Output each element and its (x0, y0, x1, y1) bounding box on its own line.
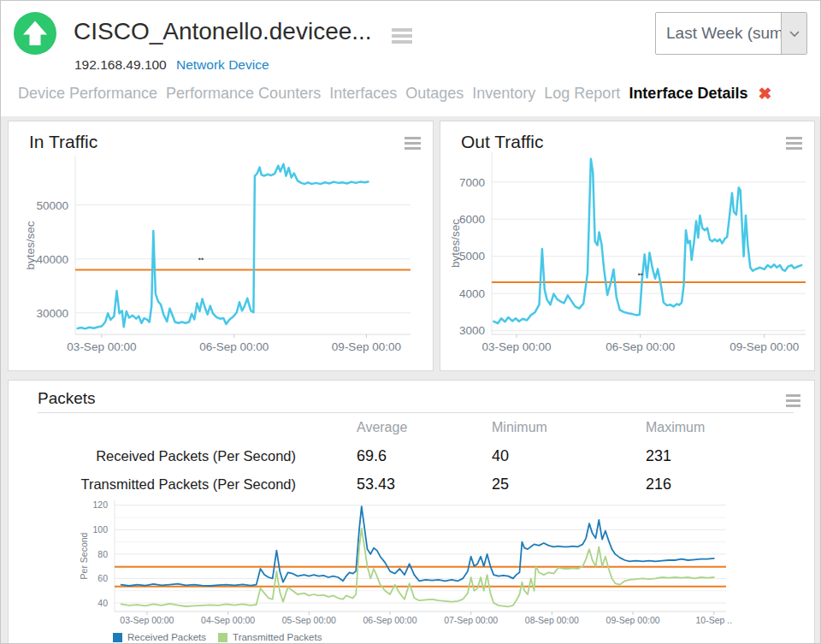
y-tick-label: 7000 (459, 176, 485, 189)
out-traffic-chart[interactable]: 3000400050006000700003-Sep 00:0006-Sep 0… (440, 128, 814, 370)
series-out-traffic (493, 159, 801, 323)
x-tick-label: 06-Sep 00:00 (605, 340, 675, 353)
column-header-average: Average (357, 420, 492, 435)
tab-interface-details-active[interactable]: Interface Details (629, 85, 747, 103)
event-marker-dots: •• (638, 270, 643, 279)
y-tick-label: 4000 (459, 287, 485, 300)
x-tick-label: 08-Sep 00:00 (525, 615, 579, 625)
packets-panel: Packets AverageMinimumMaximumReceived Pa… (8, 380, 815, 644)
in-traffic-panel: In Traffic 30000400005000003-Sep 00:0006… (8, 121, 434, 371)
legend-item-received-packets[interactable]: Received Packets (113, 632, 206, 642)
y-tick-label: 120 (92, 499, 108, 510)
legend-label-transmitted-packets: Transmitted Packets (233, 632, 322, 642)
x-tick-label: 06-Sep 00:00 (199, 340, 269, 353)
time-period-select[interactable]: Last Week (sum (655, 12, 807, 55)
legend-label-received-packets: Received Packets (127, 632, 206, 642)
y-tick-label: 3000 (459, 324, 485, 337)
y-tick-label: 6000 (459, 213, 485, 226)
y-tick-label: 80 (97, 549, 108, 559)
transmitted-packets-per-second--average: 53.43 (357, 476, 492, 493)
up-arrow-icon (14, 12, 56, 55)
column-header-maximum: Maximum (646, 420, 794, 435)
legend-swatch-transmitted-packets (218, 633, 227, 642)
chevron-down-icon[interactable] (781, 13, 806, 54)
y-tick-label: 40000 (36, 253, 68, 266)
y-tick-label: 60 (97, 573, 108, 583)
device-header: CISCO_Antonello.devicee... Last Week (su… (1, 1, 820, 116)
in-traffic-chart[interactable]: 30000400005000003-Sep 00:0006-Sep 00:000… (9, 128, 433, 370)
x-tick-label: 03-Sep 00:00 (120, 615, 174, 625)
legend-item-transmitted-packets[interactable]: Transmitted Packets (218, 632, 322, 642)
event-marker-dots: •• (198, 255, 204, 263)
tab-device-performance[interactable]: Device Performance (18, 85, 157, 103)
series-in-traffic (78, 164, 369, 329)
packets-legend: Received PacketsTransmitted Packets (113, 632, 322, 642)
y-tick-label: 30000 (36, 307, 68, 320)
x-tick-label: 05-Sep 00:00 (282, 615, 336, 625)
x-tick-label: 09-Sep 00:00 (332, 340, 401, 353)
y-axis-title: bytes/sec (449, 219, 462, 268)
legend-swatch-received-packets (113, 633, 122, 642)
y-tick-label: 50000 (36, 199, 68, 212)
column-header-minimum: Minimum (492, 420, 646, 435)
x-tick-label: 09-Sep 00:00 (606, 615, 660, 625)
x-tick-label: 06-Sep 00:00 (363, 615, 416, 625)
x-tick-label: 04-Sep 00:00 (201, 615, 255, 625)
tab-interfaces[interactable]: Interfaces (329, 85, 397, 103)
device-tabs: Device PerformancePerformance CountersIn… (18, 85, 771, 103)
packets-menu-hamburger-icon[interactable] (786, 394, 800, 407)
x-tick-label: 09-Sep 00:00 (729, 340, 799, 353)
y-axis-title: bytes/sec (24, 221, 37, 269)
tab-log-report[interactable]: Log Report (544, 85, 620, 103)
close-tab-icon[interactable]: ✖ (758, 86, 771, 102)
x-tick-label: 03-Sep 00:00 (67, 340, 136, 353)
tab-outages[interactable]: Outages (405, 85, 464, 103)
y-axis-title: Per Second (79, 532, 89, 579)
device-up-status-icon (14, 12, 56, 55)
row-label-received-packets-per-second-: Received Packets (Per Second) (38, 448, 357, 464)
transmitted-packets-per-second--minimum: 25 (492, 476, 646, 493)
y-tick-label: 40 (97, 598, 108, 608)
x-tick-label: 07-Sep 00:00 (444, 615, 498, 625)
packets-chart[interactable]: 40608010012003-Sep 00:0004-Sep 00:0005-S… (9, 493, 814, 641)
x-tick-label: 10-Sep .. (695, 615, 732, 625)
y-tick-label: 100 (92, 524, 108, 535)
received-packets-per-second--minimum: 40 (492, 447, 646, 465)
received-packets-per-second--average: 69.6 (357, 447, 492, 465)
device-type-link[interactable]: Network Device (176, 57, 269, 73)
device-menu-hamburger-icon[interactable] (392, 28, 412, 44)
tab-performance-counters[interactable]: Performance Counters (166, 85, 321, 103)
out-traffic-panel: Out Traffic 3000400050006000700003-Sep 0… (440, 121, 815, 371)
page-title: CISCO_Antonello.devicee... (74, 18, 372, 45)
series-received-packets (121, 506, 714, 586)
packets-summary-table: AverageMinimumMaximumReceived Packets (P… (38, 417, 794, 495)
device-ip: 192.168.49.100 (74, 57, 167, 73)
time-period-value: Last Week (sum (656, 13, 781, 54)
packets-title: Packets (38, 389, 96, 408)
y-tick-label: 5000 (459, 250, 485, 263)
x-tick-label: 03-Sep 00:00 (481, 340, 551, 353)
transmitted-packets-per-second--maximum: 216 (646, 476, 794, 493)
packets-title-divider (38, 412, 794, 413)
tab-inventory[interactable]: Inventory (472, 85, 535, 103)
received-packets-per-second--maximum: 231 (646, 447, 794, 465)
row-label-transmitted-packets-per-second-: Transmitted Packets (Per Second) (38, 476, 357, 493)
interface-details-page: CISCO_Antonello.devicee... Last Week (su… (0, 0, 821, 644)
